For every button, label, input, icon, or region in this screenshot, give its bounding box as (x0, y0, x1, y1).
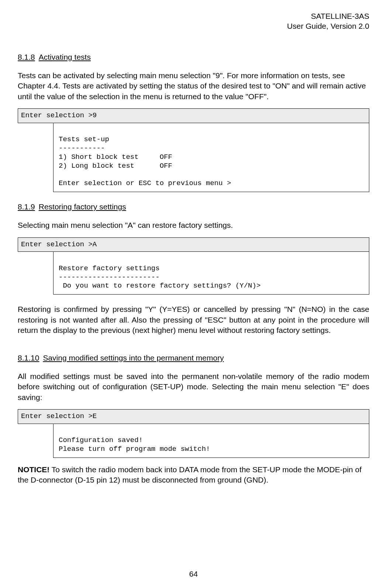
section-heading-8110: 8.1.10Saving modified settings into the … (18, 353, 369, 363)
section-heading-819: 8.1.9Restoring factory settings (18, 202, 369, 212)
section-819-para1: Selecting main menu selection "A" can re… (18, 220, 369, 230)
page-number: 64 (0, 569, 387, 579)
section-818-para: Tests can be activated by selecting main… (18, 70, 369, 102)
terminal-prompt-818: Enter selection >9 (18, 108, 369, 123)
header-guide: User Guide, Version 2.0 (18, 21, 369, 31)
section-title: Restoring factory settings (39, 202, 126, 211)
terminal-output-8110: Configuration saved! Please turn off pro… (53, 424, 369, 458)
section-819-para2: Restoring is confirmed by pressing "Y" (… (18, 304, 369, 335)
section-title: Activating tests (39, 53, 91, 61)
section-number: 8.1.9 (18, 202, 35, 211)
notice-label: NOTICE! (18, 465, 49, 474)
notice-paragraph: NOTICE! To switch the radio modem back i… (18, 465, 369, 486)
section-title: Saving modified settings into the perman… (43, 354, 224, 362)
terminal-prompt-8110: Enter selection >E (18, 409, 369, 424)
section-number: 8.1.10 (18, 354, 39, 362)
section-number: 8.1.8 (18, 53, 35, 61)
terminal-output-818: Tests set-up ----------- 1) Short block … (53, 123, 369, 192)
section-heading-818: 8.1.8Activating tests (18, 52, 369, 62)
section-8110-para: All modified settings must be saved into… (18, 371, 369, 403)
terminal-output-819: Restore factory settings ---------------… (53, 252, 369, 295)
terminal-prompt-819: Enter selection >A (18, 237, 369, 252)
page-header: SATELLINE-3AS User Guide, Version 2.0 (18, 11, 369, 31)
header-product: SATELLINE-3AS (18, 11, 369, 21)
notice-text: To switch the radio modem back into DATA… (18, 465, 362, 484)
